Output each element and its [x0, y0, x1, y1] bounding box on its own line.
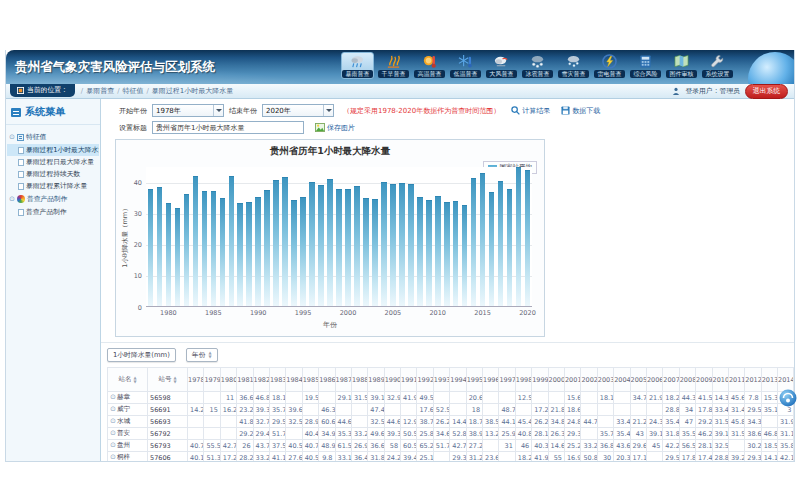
- station-name-header[interactable]: 站名▲▼: [108, 368, 148, 392]
- chart-bar[interactable]: [175, 208, 181, 306]
- chart-bar[interactable]: [417, 197, 423, 306]
- chart-bar[interactable]: [354, 186, 360, 306]
- nav-item-settings[interactable]: 系统设置: [701, 52, 734, 79]
- nav-item-drought[interactable]: 干旱普查: [377, 52, 410, 79]
- tree-item[interactable]: 暴雨过程累计降水量: [7, 180, 99, 192]
- station-name-cell[interactable]: ⊙普安: [108, 428, 148, 440]
- nav-item-hail[interactable]: 冰雹普查: [521, 52, 554, 79]
- chart-bar[interactable]: [246, 202, 252, 306]
- chart-bar[interactable]: [444, 202, 450, 306]
- chart-bar[interactable]: [148, 189, 154, 306]
- nav-item-snow[interactable]: 雪灾普查: [557, 52, 590, 79]
- chart-bar[interactable]: [336, 189, 342, 306]
- calculate-button[interactable]: 计算结果: [511, 106, 550, 116]
- year-column-header: 1988: [351, 368, 367, 392]
- breadcrumb-item[interactable]: 暴雨普查: [86, 86, 114, 96]
- station-name-cell[interactable]: ⊙赫章: [108, 392, 148, 404]
- chart-bar[interactable]: [489, 192, 495, 307]
- chart-bar[interactable]: [363, 198, 369, 306]
- chart-bar[interactable]: [453, 201, 459, 306]
- breadcrumb-item[interactable]: 暴雨过程1小时最大降水量: [152, 86, 233, 96]
- chart-bar[interactable]: [220, 198, 226, 306]
- station-name-cell[interactable]: ⊙威宁: [108, 404, 148, 416]
- chart-title-input[interactable]: [152, 121, 304, 134]
- tree-item[interactable]: 暴雨过程日最大降水量: [7, 156, 99, 168]
- chart-bar[interactable]: [157, 187, 163, 306]
- end-year-select[interactable]: 2020年: [262, 104, 334, 117]
- start-year-select[interactable]: 1978年: [152, 104, 224, 117]
- chart-bar[interactable]: [184, 194, 190, 306]
- nav-item-rainstorm[interactable]: 暴雨普查: [341, 52, 374, 79]
- chart-bar[interactable]: [516, 167, 522, 306]
- chart-bar[interactable]: [390, 184, 396, 306]
- chart-bar[interactable]: [372, 199, 378, 306]
- station-name-cell[interactable]: ⊙盘州: [108, 440, 148, 452]
- chart-bar[interactable]: [498, 181, 504, 306]
- tree-group-0[interactable]: ⊙特征值: [7, 130, 99, 144]
- station-name-cell[interactable]: ⊙桐梓: [108, 452, 148, 462]
- nav-item-lightning[interactable]: 雷电普查: [593, 52, 626, 79]
- chart-bar[interactable]: [166, 203, 172, 306]
- chart-bar[interactable]: [193, 176, 199, 306]
- chart-bar[interactable]: [300, 197, 306, 306]
- save-image-button[interactable]: 保存图片: [315, 123, 355, 133]
- chart-bar[interactable]: [381, 182, 387, 306]
- chart-bar[interactable]: [345, 189, 351, 306]
- y-tick-label: 30: [122, 210, 142, 218]
- row-expand-icon[interactable]: ⊙: [110, 453, 116, 461]
- tree-item[interactable]: 普查产品制作: [7, 206, 99, 218]
- chart-bar[interactable]: [309, 182, 315, 306]
- sort-icons: ▲▼: [208, 351, 211, 359]
- year-column-header: 2013: [761, 368, 777, 392]
- nav-item-audit[interactable]: 图件审核: [665, 52, 698, 79]
- station-id-header[interactable]: 站号▲▼: [148, 368, 188, 392]
- chart-bar[interactable]: [255, 197, 261, 306]
- row-expand-icon[interactable]: ⊙: [110, 393, 116, 401]
- chart-bar[interactable]: [327, 179, 333, 306]
- chart-bar[interactable]: [399, 183, 405, 307]
- chart-bar[interactable]: [408, 184, 414, 306]
- floating-assistant-icon[interactable]: [779, 389, 797, 407]
- chart-bar[interactable]: [507, 189, 513, 306]
- chart-bar[interactable]: [435, 196, 441, 306]
- logout-button[interactable]: 退出系统: [745, 84, 788, 99]
- chart-bar[interactable]: [426, 200, 432, 306]
- measure-chip[interactable]: 1小时降水量(mm): [107, 348, 176, 362]
- chart-bar[interactable]: [525, 170, 531, 306]
- value-cell: 48.9: [319, 440, 335, 452]
- breadcrumb-item[interactable]: 特征值: [123, 86, 144, 96]
- chart-bar[interactable]: [462, 205, 468, 306]
- chart-bar[interactable]: [264, 190, 270, 306]
- row-expand-icon[interactable]: ⊙: [110, 417, 116, 425]
- chart-bar[interactable]: [291, 200, 297, 306]
- chart-bar[interactable]: [282, 177, 288, 306]
- year-sort-chip[interactable]: 年份 ▲▼: [186, 348, 218, 362]
- nav-item-low-temp[interactable]: 低温普查: [449, 52, 482, 79]
- chart-bar[interactable]: [471, 178, 477, 306]
- chart-bar[interactable]: [318, 185, 324, 306]
- nav-item-high-temp[interactable]: 高温普查: [413, 52, 446, 79]
- year-column-header: 2014: [778, 368, 794, 392]
- tree-item[interactable]: 暴雨过程持续天数: [7, 168, 99, 180]
- chart-bar[interactable]: [202, 191, 208, 306]
- value-cell: 40.3: [532, 440, 548, 452]
- row-expand-icon[interactable]: ⊙: [110, 441, 116, 449]
- chart-bar[interactable]: [229, 176, 235, 306]
- nav-item-risk[interactable]: 综合风险: [629, 52, 662, 79]
- chart-bar[interactable]: [480, 173, 486, 306]
- row-expand-icon[interactable]: ⊙: [110, 429, 116, 437]
- expand-icon[interactable]: ⊙: [9, 196, 15, 203]
- expand-icon[interactable]: ⊙: [9, 134, 15, 141]
- nav-item-wind[interactable]: 大风普查: [485, 52, 518, 79]
- chart-bar[interactable]: [273, 180, 279, 306]
- tree-group-1[interactable]: ⊙普查产品制作: [7, 192, 99, 206]
- chart-bar[interactable]: [211, 191, 217, 306]
- download-button[interactable]: 数据下载: [561, 106, 600, 116]
- value-cell: 35.1: [761, 404, 777, 416]
- value-cell: [335, 404, 351, 416]
- row-expand-icon[interactable]: ⊙: [110, 405, 116, 413]
- station-name-cell[interactable]: ⊙水城: [108, 416, 148, 428]
- tree-item[interactable]: 暴雨过程1小时最大降水量: [7, 144, 99, 156]
- sidebar-title: 系统菜单: [6, 99, 100, 125]
- chart-bar[interactable]: [237, 203, 243, 306]
